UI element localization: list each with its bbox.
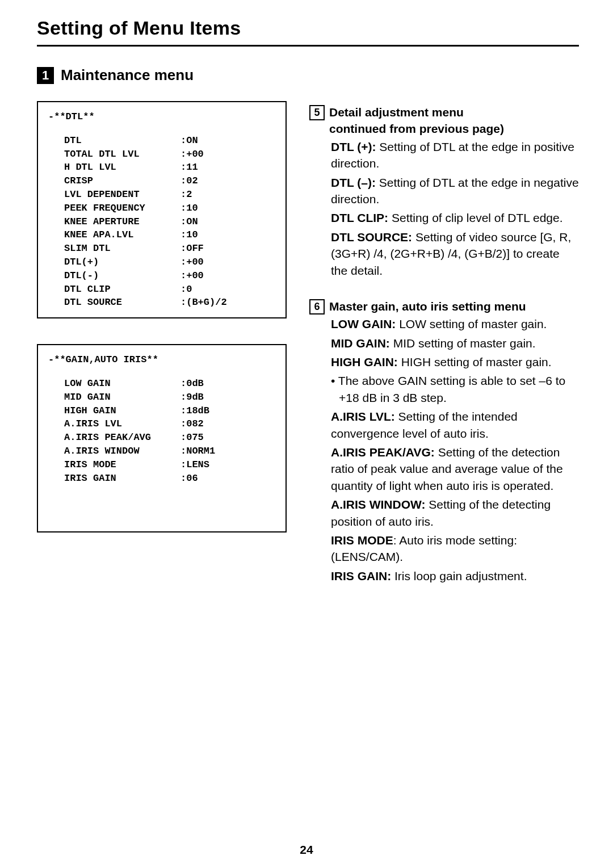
menu-row: DTL SOURCE:(B+G)/2 [48,296,275,309]
page-number: 24 [0,843,613,857]
menu-row: IRIS MODE:LENS [48,458,275,472]
menu-key: A.IRIS PEAK/AVG [64,431,180,445]
menu-value: :+00 [180,269,204,283]
menu-value: :NORM1 [180,445,215,458]
desc-item-label: HIGH GAIN: [331,355,398,368]
menu-key: LOW GAIN [64,377,180,391]
menu-value: :2 [180,188,192,202]
desc-item: HIGH GAIN: HIGH setting of master gain. [331,354,579,370]
menu-row: A.IRIS LVL:082 [48,417,275,431]
menu-row: KNEE APA.LVL:10 [48,228,275,242]
menu-value: :9dB [180,391,204,404]
menu-row: PEEK FREQUENCY:10 [48,202,275,215]
menu-key: A.IRIS WINDOW [64,445,180,458]
desc-item-text: MID setting of master gain. [390,337,536,350]
menu-row: IRIS GAIN:06 [48,472,275,485]
desc-item-label: A.IRIS LVL: [331,410,395,423]
menu-value: :LENS [180,458,209,472]
menu-key: H DTL LVL [64,161,180,174]
gain-menu-header: -**GAIN,AUTO IRIS** [48,353,275,367]
menu-value: :18dB [180,404,209,418]
menu-value: :082 [180,417,204,431]
desc-item: A.IRIS WINDOW: Setting of the detecting … [331,496,579,530]
menu-row: A.IRIS PEAK/AVG:075 [48,431,275,445]
menu-key: A.IRIS LVL [64,417,180,431]
content-columns: -**DTL** DTL:ONTOTAL DTL LVL:+00H DTL LV… [37,101,579,603]
menu-value: :ON [180,215,198,229]
desc-item-label: LOW GAIN: [331,317,396,330]
menu-key: IRIS MODE [64,458,180,472]
menu-value: :06 [180,472,198,485]
menu-row: TOTAL DTL LVL:+00 [48,148,275,161]
desc-item-text: LOW setting of master gain. [396,317,547,330]
desc-item-label: IRIS MODE [331,534,393,547]
menu-key: DTL SOURCE [64,296,180,309]
menu-value: :075 [180,431,204,445]
desc-block-5: 5 Detail adjustment menu continued from … [309,104,579,279]
menu-key: PEEK FREQUENCY [64,202,180,215]
desc6-title: Master gain, auto iris setting menu [329,298,526,315]
menu-row: CRISP:02 [48,174,275,188]
desc-item-label: IRIS GAIN: [331,569,391,582]
menu-value: :+00 [180,148,204,161]
menu-value: :+00 [180,255,204,269]
menu-key: CRISP [64,174,180,188]
section-number-icon: 1 [37,67,54,84]
menu-key: DTL CLIP [64,283,180,296]
menu-key: DTL(+) [64,255,180,269]
menu-value: :(B+G)/2 [180,296,227,309]
desc-item: DTL (+): Setting of DTL at the edge in p… [331,139,579,172]
menu-row: DTL CLIP:0 [48,283,275,296]
section-title: Maintenance menu [61,66,194,84]
menu-row: SLIM DTL:OFF [48,242,275,255]
left-column: -**DTL** DTL:ONTOTAL DTL LVL:+00H DTL LV… [37,101,287,603]
desc6-heading: 6 Master gain, auto iris setting menu [309,298,579,315]
menu-value: :ON [180,134,198,148]
right-column: 5 Detail adjustment menu continued from … [309,101,579,603]
menu-key: SLIM DTL [64,242,180,255]
desc6-bullet: • The above GAIN setting is able to set … [309,372,579,406]
page-title: Setting of Menu Items [37,17,579,47]
menu-value: :10 [180,228,198,242]
desc-item: LOW GAIN: LOW setting of master gain. [331,316,579,332]
menu-key: DTL(-) [64,269,180,283]
menu-value: :10 [180,202,198,215]
menu-row: DTL:ON [48,134,275,148]
manual-page: Setting of Menu Items 1 Maintenance menu… [0,0,613,868]
menu-key: KNEE APERTURE [64,215,180,229]
menu-row: LVL DEPENDENT:2 [48,188,275,202]
desc-item-label: A.IRIS WINDOW: [331,498,425,511]
dtl-menu-box: -**DTL** DTL:ONTOTAL DTL LVL:+00H DTL LV… [37,101,287,318]
desc-item-label: DTL SOURCE: [331,230,412,244]
menu-row: KNEE APERTURE:ON [48,215,275,229]
menu-value: :0 [180,283,192,296]
desc-item-text: HIGH setting of master gain. [398,355,552,368]
menu-value: :11 [180,161,198,174]
menu-row: H DTL LVL:11 [48,161,275,174]
desc-item: DTL CLIP: Setting of clip level of DTL e… [331,209,579,226]
menu-value: :OFF [180,242,204,255]
menu-key: MID GAIN [64,391,180,404]
desc-item: A.IRIS LVL: Setting of the intended conv… [331,408,579,442]
menu-key: LVL DEPENDENT [64,188,180,202]
desc-item-label: DTL (+): [331,140,376,153]
menu-row: DTL(+):+00 [48,255,275,269]
desc-item-text: Setting of clip level of DTL edge. [388,211,562,224]
menu-key: KNEE APA.LVL [64,228,180,242]
gain-menu-box: -**GAIN,AUTO IRIS** LOW GAIN:0dBMID GAIN… [37,344,287,532]
desc-item-label: DTL CLIP: [331,211,388,224]
desc-item: A.IRIS PEAK/AVG: Setting of the detectio… [331,444,579,494]
menu-row: LOW GAIN:0dB [48,377,275,391]
menu-key: TOTAL DTL LVL [64,148,180,161]
desc-item-label: DTL (–): [331,176,376,189]
desc-item: IRIS MODE: Auto iris mode setting: (LENS… [331,532,579,565]
menu-key: IRIS GAIN [64,472,180,485]
desc-block-6: 6 Master gain, auto iris setting menu LO… [309,298,579,584]
boxed-number-icon: 5 [309,105,325,120]
dtl-menu-header: -**DTL** [48,110,275,124]
menu-row: HIGH GAIN:18dB [48,404,275,418]
menu-key: HIGH GAIN [64,404,180,418]
desc-item-label: MID GAIN: [331,337,390,350]
menu-value: :0dB [180,377,204,391]
boxed-number-icon: 6 [309,299,325,315]
